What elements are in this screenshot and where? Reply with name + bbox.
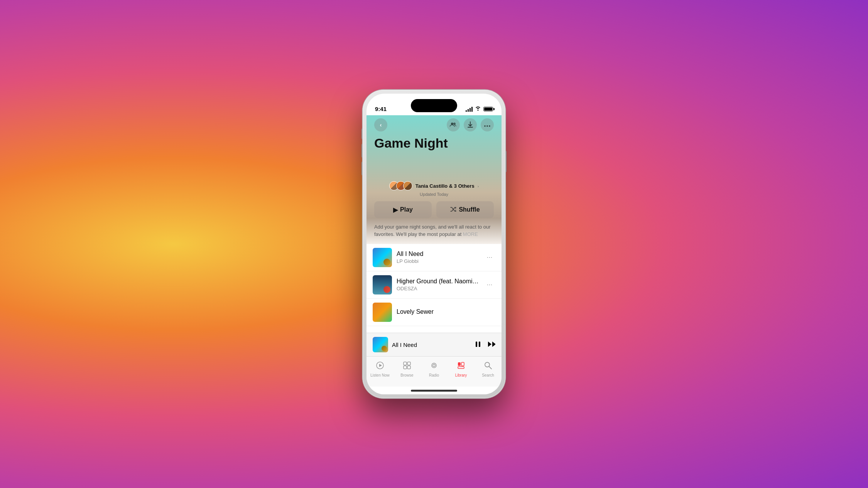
- svg-rect-16: [458, 367, 464, 369]
- song-title-1: All I Need: [397, 251, 479, 257]
- people-button[interactable]: [447, 118, 460, 131]
- background: 9:41: [363, 90, 505, 398]
- mini-player-art: [373, 337, 388, 352]
- tab-library-label: Library: [455, 373, 467, 377]
- status-time: 9:41: [375, 106, 387, 112]
- more-icon: [484, 122, 490, 128]
- tab-listen-now[interactable]: Listen Now: [366, 360, 393, 379]
- contributors-row[interactable]: Tania Castillo & 3 Others ›: [374, 181, 494, 190]
- phone-screen: 9:41: [366, 94, 502, 394]
- listen-now-icon: [376, 361, 384, 372]
- action-buttons: ▶ Play Shuffle: [374, 201, 494, 218]
- playlist-description: Add your game night songs, and we'll all…: [374, 224, 494, 237]
- svg-rect-9: [404, 362, 407, 365]
- tab-radio-label: Radio: [429, 373, 439, 377]
- svg-line-18: [489, 367, 492, 369]
- mini-player-title: All I Need: [392, 342, 471, 348]
- pause-icon: [475, 341, 481, 349]
- song-art-all-i-need: [373, 248, 392, 267]
- more-options-button[interactable]: [481, 118, 494, 131]
- back-button[interactable]: ‹: [374, 118, 387, 131]
- tab-browse-label: Browse: [400, 373, 413, 377]
- svg-point-4: [489, 125, 490, 127]
- song-title-2: Higher Ground (feat. Naomi Wild): [397, 278, 479, 285]
- home-indicator: [366, 387, 502, 394]
- mini-player[interactable]: All I Need: [366, 333, 502, 356]
- more-link[interactable]: MORE: [463, 231, 478, 237]
- tab-browse[interactable]: Browse: [393, 360, 420, 379]
- pause-button[interactable]: [475, 341, 481, 349]
- svg-rect-6: [479, 342, 480, 347]
- svg-rect-10: [407, 362, 410, 365]
- song-list: All I Need LP Giobbi ··· Higher Ground (…: [366, 244, 502, 333]
- battery-icon: [483, 107, 493, 111]
- song-title-3: Lovely Sewer: [397, 308, 495, 315]
- shuffle-button[interactable]: Shuffle: [436, 201, 494, 218]
- avatar-group: [389, 181, 412, 190]
- tab-listen-now-label: Listen Now: [370, 373, 389, 377]
- phone-wrapper: 9:41: [363, 90, 505, 398]
- svg-marker-8: [379, 364, 382, 367]
- svg-point-0: [451, 123, 453, 125]
- tab-bar: Listen Now Browse: [366, 356, 502, 387]
- song-art-lovely-sewer: [373, 303, 392, 322]
- song-art-higher-ground: [373, 275, 392, 294]
- search-icon: [484, 361, 492, 372]
- song-artist-2: ODESZA: [397, 286, 479, 291]
- updated-text: Updated Today: [374, 192, 494, 197]
- song-info-3: Lovely Sewer: [397, 308, 495, 316]
- song-more-button-1[interactable]: ···: [484, 252, 495, 263]
- svg-point-3: [486, 125, 488, 127]
- song-item-3[interactable]: Lovely Sewer: [366, 299, 502, 326]
- skip-forward-button[interactable]: [487, 341, 495, 349]
- song-more-button-2[interactable]: ···: [484, 279, 495, 291]
- song-item-2[interactable]: Higher Ground (feat. Naomi Wild) ODESZA …: [366, 271, 502, 299]
- play-icon: ▶: [393, 206, 398, 214]
- back-icon: ‹: [380, 122, 382, 128]
- people-icon: [450, 122, 457, 128]
- signal-icon: [466, 107, 473, 112]
- play-label: Play: [400, 206, 413, 213]
- shuffle-label: Shuffle: [459, 206, 480, 213]
- wifi-icon: [475, 106, 481, 112]
- hero-area: ‹: [366, 115, 502, 244]
- library-icon: [457, 361, 465, 372]
- dynamic-island: [411, 99, 457, 112]
- playlist-title: Game Night: [374, 136, 494, 150]
- home-bar: [411, 390, 457, 392]
- song-artist-1: LP Giobbi: [397, 258, 479, 264]
- svg-rect-14: [458, 362, 461, 366]
- download-icon: [468, 121, 473, 129]
- tab-search-label: Search: [482, 373, 494, 377]
- tab-radio[interactable]: Radio: [420, 360, 448, 379]
- top-nav: ‹: [374, 115, 494, 136]
- svg-rect-15: [461, 362, 464, 366]
- tab-library[interactable]: Library: [448, 360, 475, 379]
- svg-rect-11: [404, 366, 407, 369]
- mini-player-controls: [475, 341, 495, 349]
- skip-forward-icon: [487, 341, 495, 349]
- browse-icon: [403, 361, 411, 372]
- tab-search[interactable]: Search: [475, 360, 502, 379]
- shuffle-icon: [450, 206, 456, 213]
- nav-right-buttons: [447, 118, 494, 131]
- play-button[interactable]: ▶ Play: [374, 201, 432, 218]
- status-icons: [466, 106, 493, 112]
- contributor-name: Tania Castillo & 3 Others: [415, 183, 475, 189]
- radio-icon: [430, 361, 438, 372]
- chevron-right-icon: ›: [478, 183, 479, 188]
- song-info-1: All I Need LP Giobbi: [397, 251, 479, 264]
- svg-rect-12: [407, 366, 410, 369]
- svg-point-2: [484, 125, 486, 127]
- svg-rect-5: [476, 342, 477, 347]
- download-button[interactable]: [464, 118, 477, 131]
- song-info-2: Higher Ground (feat. Naomi Wild) ODESZA: [397, 278, 479, 291]
- svg-point-13: [433, 364, 435, 367]
- svg-point-1: [453, 123, 456, 125]
- avatar-3: [403, 181, 412, 190]
- song-item-1[interactable]: All I Need LP Giobbi ···: [366, 244, 502, 271]
